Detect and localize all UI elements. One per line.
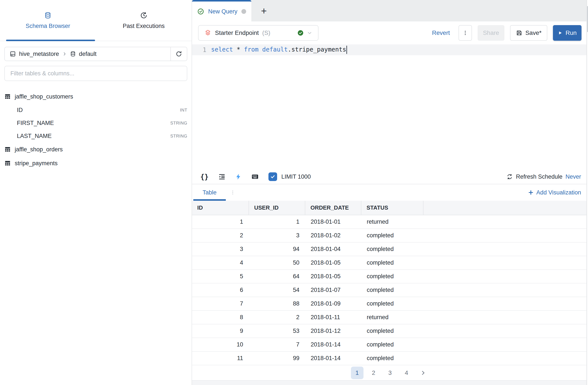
column-name: FIRST_NAME [17, 120, 54, 127]
endpoint-status-icon [297, 30, 304, 36]
page-button-2[interactable]: 2 [367, 367, 380, 379]
run-button[interactable]: Run [553, 25, 582, 41]
next-page-button[interactable] [417, 367, 429, 379]
add-visualization-button[interactable]: Add Visualization [528, 189, 581, 196]
sidebar-tab-label: Schema Browser [25, 23, 70, 29]
table-cell: completed [361, 324, 423, 338]
save-button[interactable]: Save* [510, 25, 547, 41]
run-button-label: Run [566, 29, 577, 36]
column-name: LAST_NAME [17, 133, 52, 139]
column-header-ORDER_DATE: ORDER_DATE [305, 201, 361, 215]
tab-schema-browser[interactable]: Schema Browser [0, 0, 96, 41]
page-button-3[interactable]: 3 [384, 367, 396, 379]
table-cell: completed [361, 297, 423, 311]
tree-table-jaffle_shop_orders[interactable]: jaffle_shop_orders [4, 143, 187, 156]
table-cell: 8 [192, 311, 249, 324]
table-cell: 53 [249, 324, 305, 338]
main-panel: New Query + Starter Endpoint (S) [192, 0, 588, 385]
column-type: STRING [170, 121, 187, 126]
new-tab-button[interactable]: + [251, 0, 276, 21]
tree-column-LAST_NAME[interactable]: LAST_NAMESTRING [4, 129, 187, 143]
history-icon [140, 11, 147, 19]
endpoint-selector[interactable]: Starter Endpoint (S) [198, 25, 318, 41]
table-cell: 94 [249, 242, 305, 256]
table-cell: 6 [192, 283, 249, 297]
refresh-schedule: Refresh Schedule Never [506, 173, 581, 180]
table-cell: 54 [249, 283, 305, 297]
page-scrollbar[interactable] [587, 0, 588, 385]
table-cell: 2018-01-11 [305, 311, 361, 324]
table-icon [4, 93, 11, 100]
results-scroll-track[interactable] [192, 380, 588, 385]
page-button-1[interactable]: 1 [351, 367, 363, 379]
table-cell: 2 [249, 311, 305, 324]
table-cell: 2018-01-14 [305, 338, 361, 351]
table-cell: 4 [192, 256, 249, 270]
table-row: 1072018-01-14completed [192, 338, 588, 351]
table-cell: 7 [192, 297, 249, 311]
table-cell: 2018-01-07 [305, 283, 361, 297]
app-window: Schema Browser Past Executions [0, 0, 588, 385]
table-cell: completed [361, 270, 423, 283]
column-type: STRING [170, 134, 187, 139]
chevron-down-icon [307, 30, 312, 36]
schema-tree: jaffle_shop_customersIDINTFIRST_NAMESTRI… [4, 90, 187, 170]
table-cell: completed [361, 283, 423, 297]
breadcrumb-catalog: hive_metastore [19, 51, 59, 57]
table-cell: 88 [249, 297, 305, 311]
table-row: 9532018-01-12completed [192, 324, 588, 338]
refresh-schedule-icon [506, 173, 513, 180]
endpoint-size: (S) [262, 29, 270, 36]
add-visualization-label: Add Visualization [536, 189, 581, 196]
query-tab-label: New Query [208, 8, 237, 15]
tab-past-executions[interactable]: Past Executions [96, 0, 192, 41]
autocomplete-lightning-icon[interactable] [235, 173, 242, 180]
limit-toggle[interactable]: LIMIT 1000 [269, 172, 311, 181]
refresh-schedule-value[interactable]: Never [566, 173, 581, 180]
table-cell: 11 [192, 351, 249, 365]
limit-label: LIMIT 1000 [281, 173, 311, 180]
schema-refresh-button[interactable] [170, 47, 187, 61]
endpoint-name: Starter Endpoint [215, 29, 259, 36]
sql-editor[interactable]: 1 select * from default.stripe_payments [192, 44, 588, 170]
table-cell: 2018-01-05 [305, 256, 361, 270]
play-icon [558, 31, 563, 35]
unsaved-dot [241, 9, 246, 14]
endpoint-layers-icon [204, 29, 211, 37]
page-button-4[interactable]: 4 [400, 367, 413, 379]
table-row: 232018-01-02completed [192, 229, 588, 242]
keyboard-shortcuts-icon[interactable] [251, 173, 259, 181]
limit-checkbox[interactable] [269, 172, 277, 181]
page-scrollbar-thumb[interactable] [587, 6, 588, 32]
table-cell: 3 [192, 242, 249, 256]
tree-column-FIRST_NAME[interactable]: FIRST_NAMESTRING [4, 116, 187, 129]
schema-filter-input[interactable] [4, 66, 187, 81]
revert-link[interactable]: Revert [432, 29, 450, 36]
table-cell: 2018-01-01 [305, 215, 361, 229]
tree-table-jaffle_shop_customers[interactable]: jaffle_shop_customers [4, 90, 187, 104]
format-query-icon[interactable] [218, 173, 226, 180]
table-row: 3942018-01-04completed [192, 242, 588, 256]
tree-column-ID[interactable]: IDINT [4, 104, 187, 116]
table-icon [4, 160, 11, 167]
results-table: IDUSER_IDORDER_DATESTATUS 112018-01-01re… [192, 201, 588, 365]
table-cell: completed [361, 242, 423, 256]
table-cell: 2018-01-05 [305, 270, 361, 283]
table-name: stripe_payments [15, 160, 58, 167]
snippets-braces-icon[interactable]: {} [200, 172, 209, 181]
editor-toolbar: {} [192, 170, 588, 184]
tab-table-visualization[interactable]: Table [192, 184, 227, 201]
table-cell: 50 [249, 256, 305, 270]
query-toolbar: Starter Endpoint (S) Revert [192, 21, 588, 44]
tab-new-query[interactable]: New Query [192, 0, 251, 21]
column-header-STATUS: STATUS [361, 201, 423, 215]
table-cell: 2018-01-12 [305, 324, 361, 338]
results-body: 112018-01-01returned232018-01-02complete… [192, 215, 588, 365]
chevron-right-icon [420, 370, 426, 376]
more-actions-button[interactable] [459, 25, 472, 41]
breadcrumb-selector[interactable]: hive_metastore default [5, 51, 170, 57]
table-kebab-icon[interactable] [230, 190, 235, 195]
table-cell: 1 [249, 215, 305, 229]
tree-table-stripe_payments[interactable]: stripe_payments [4, 156, 187, 170]
query-tab-bar: New Query + [192, 0, 588, 21]
